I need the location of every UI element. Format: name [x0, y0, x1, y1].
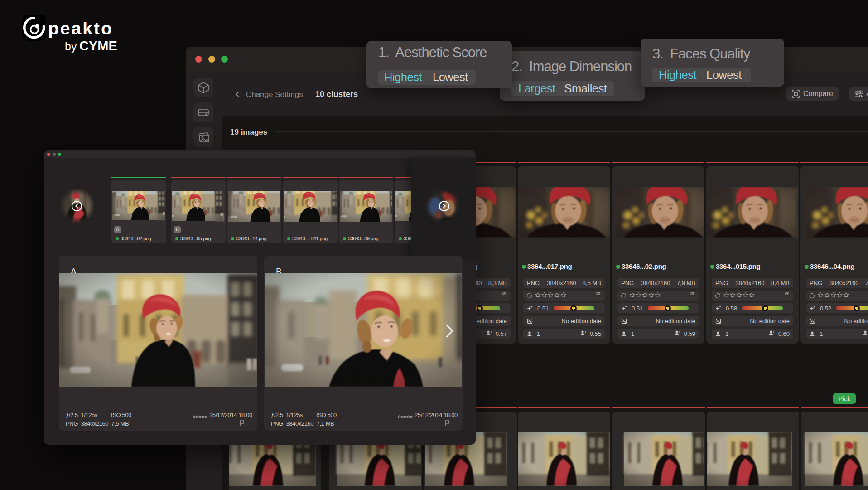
- svg-text:peakto: peakto: [48, 19, 113, 38]
- svg-text:by: by: [65, 40, 77, 53]
- svg-text:CYME: CYME: [79, 39, 117, 53]
